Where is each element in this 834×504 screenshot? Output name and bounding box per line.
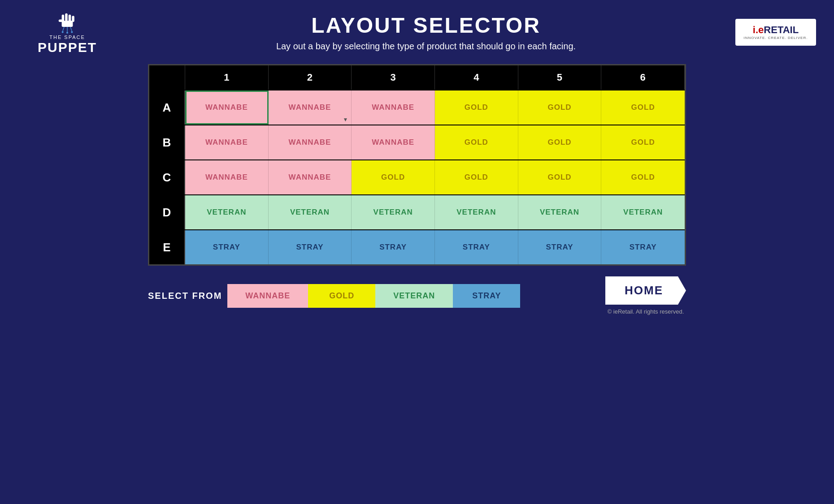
cell-a1[interactable]: WANNABE <box>185 90 269 125</box>
cell-c2[interactable]: WANNABE <box>269 160 352 194</box>
cell-e1[interactable]: STRAY <box>185 230 269 264</box>
svg-line-6 <box>63 27 64 31</box>
select-veteran-button[interactable]: VETERAN <box>375 284 453 308</box>
cell-d1[interactable]: VETERAN <box>185 195 269 229</box>
home-button[interactable]: HOME <box>605 276 686 305</box>
svg-point-9 <box>62 31 64 33</box>
cell-a2[interactable]: WANNABE▼ <box>269 90 352 125</box>
col-header-4: 4 <box>435 65 518 90</box>
grid-corner <box>149 65 185 90</box>
grid-row-b: B WANNABE WANNABE WANNABE GOLD GOLD GOLD <box>149 125 685 159</box>
puppet-logo-icon <box>52 9 83 34</box>
row-label-d: D <box>149 195 185 229</box>
page-subtitle: Lay out a bay by selecting the type of p… <box>276 41 576 52</box>
cell-c3[interactable]: GOLD <box>352 160 435 194</box>
ieretail-tagline: INNOVATE. CREATE. DELIVER. <box>744 36 808 40</box>
cell-e5[interactable]: STRAY <box>518 230 602 264</box>
select-options: WANNABE GOLD VETERAN STRAY <box>227 284 605 308</box>
select-from-label: SELECT FROM <box>148 291 222 301</box>
bottom-bar: SELECT FROM WANNABE GOLD VETERAN STRAY H… <box>148 276 686 315</box>
cell-e6[interactable]: STRAY <box>601 230 685 264</box>
grid-header: 1 2 3 4 5 6 <box>149 65 685 90</box>
grid-row-a: A WANNABE WANNABE▼ WANNABE GOLD GOLD GOL… <box>149 90 685 125</box>
cell-c4[interactable]: GOLD <box>435 160 518 194</box>
logo-area: THE SPACE PUPPET <box>18 9 117 55</box>
cell-b6[interactable]: GOLD <box>601 125 685 159</box>
cell-a5[interactable]: GOLD <box>518 90 602 125</box>
cell-a6[interactable]: GOLD <box>601 90 685 125</box>
row-label-c: C <box>149 160 185 194</box>
col-header-3: 3 <box>352 65 435 90</box>
cell-a4[interactable]: GOLD <box>435 90 518 125</box>
header-center: LAYOUT SELECTOR Lay out a bay by selecti… <box>117 13 735 52</box>
cell-c1[interactable]: WANNABE <box>185 160 269 194</box>
select-gold-button[interactable]: GOLD <box>308 284 375 308</box>
cell-d4[interactable]: VETERAN <box>435 195 518 229</box>
cell-c5[interactable]: GOLD <box>518 160 602 194</box>
cell-b1[interactable]: WANNABE <box>185 125 269 159</box>
copyright-text: © ieRetail. All rights reserved. <box>608 308 684 315</box>
cell-a3[interactable]: WANNABE <box>352 90 435 125</box>
ieretail-logo-text: i.eRETAIL <box>753 24 799 36</box>
row-label-b: B <box>149 125 185 159</box>
select-wannabe-button[interactable]: WANNABE <box>227 284 308 308</box>
cell-c6[interactable]: GOLD <box>601 160 685 194</box>
svg-rect-5 <box>59 19 63 22</box>
logo-brand-large: PUPPET <box>38 40 97 55</box>
grid-row-e: E STRAY STRAY STRAY STRAY STRAY STRAY <box>149 229 685 264</box>
select-stray-button[interactable]: STRAY <box>453 284 520 308</box>
home-button-area: HOME © ieRetail. All rights reserved. <box>605 276 686 315</box>
svg-point-11 <box>71 31 73 33</box>
svg-point-10 <box>66 32 68 34</box>
page-title: LAYOUT SELECTOR <box>311 13 541 38</box>
cell-d3[interactable]: VETERAN <box>352 195 435 229</box>
cell-b4[interactable]: GOLD <box>435 125 518 159</box>
cell-e3[interactable]: STRAY <box>352 230 435 264</box>
cell-d5[interactable]: VETERAN <box>518 195 602 229</box>
header: THE SPACE PUPPET LAYOUT SELECTOR Lay out… <box>18 9 816 55</box>
cell-b2[interactable]: WANNABE <box>269 125 352 159</box>
svg-rect-2 <box>65 13 68 22</box>
row-label-e: E <box>149 230 185 264</box>
svg-line-8 <box>70 27 72 31</box>
cell-b5[interactable]: GOLD <box>518 125 602 159</box>
col-header-1: 1 <box>185 65 269 90</box>
cell-d2[interactable]: VETERAN <box>269 195 352 229</box>
logo-brand-small: THE SPACE <box>49 34 85 40</box>
grid-row-c: C WANNABE WANNABE GOLD GOLD GOLD GOLD <box>149 159 685 194</box>
cell-e2[interactable]: STRAY <box>269 230 352 264</box>
layout-grid: 1 2 3 4 5 6 A WANNABE WANNABE▼ WANNABE G… <box>148 64 686 266</box>
row-label-a: A <box>149 90 185 125</box>
cell-e4[interactable]: STRAY <box>435 230 518 264</box>
ieretail-prefix: i.e <box>753 24 764 35</box>
col-header-5: 5 <box>518 65 602 90</box>
cell-b3[interactable]: WANNABE <box>352 125 435 159</box>
ieretail-logo: i.eRETAIL INNOVATE. CREATE. DELIVER. <box>735 19 816 46</box>
svg-rect-4 <box>72 16 74 22</box>
cell-d6[interactable]: VETERAN <box>601 195 685 229</box>
ieretail-main: RETAIL <box>764 24 799 35</box>
col-header-6: 6 <box>601 65 685 90</box>
grid-row-d: D VETERAN VETERAN VETERAN VETERAN VETERA… <box>149 194 685 229</box>
col-header-2: 2 <box>269 65 352 90</box>
svg-rect-3 <box>69 14 71 22</box>
dropdown-arrow-icon: ▼ <box>343 116 348 123</box>
